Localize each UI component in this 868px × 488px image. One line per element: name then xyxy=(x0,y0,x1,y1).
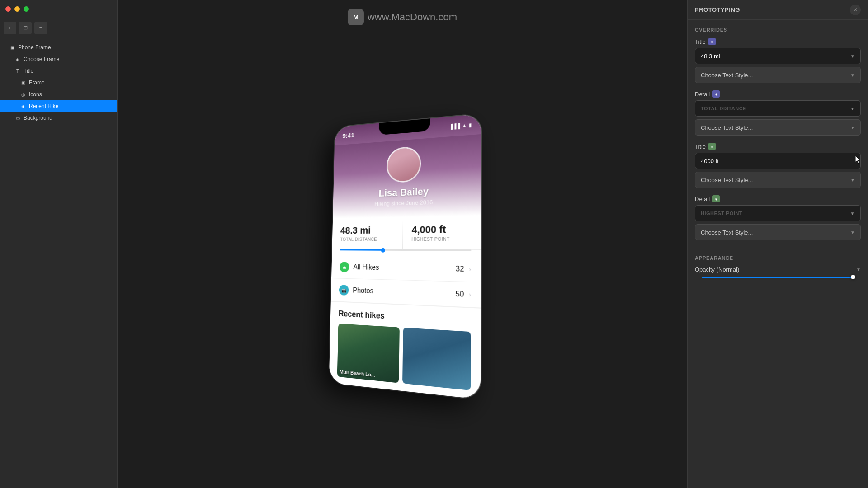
override-value-title2: 4000 ft xyxy=(701,158,719,164)
opacity-bar-container xyxy=(695,277,861,278)
avatar xyxy=(386,145,421,183)
layer-icon-bg: ▭ xyxy=(14,115,21,121)
toolbar-btn-3[interactable]: ≡ xyxy=(34,22,47,34)
layer-icon-frame: ▣ xyxy=(9,44,15,51)
override-label-row-1: Title ◈ xyxy=(695,38,861,45)
stat-value-distance: 48.3 mi xyxy=(340,224,394,236)
window-controls xyxy=(0,0,117,18)
override-block-title2: Title ◈ 4000 ft Choose Text Style... ▼ xyxy=(695,143,861,188)
chevron-down-icon-opacity: ▼ xyxy=(856,267,861,272)
panel-close-button[interactable]: ✕ xyxy=(850,5,861,15)
close-window-button[interactable] xyxy=(5,6,11,12)
layer-label: Title xyxy=(24,68,33,74)
status-icons: ▐▐▐ ▲ ▮ xyxy=(449,122,472,129)
section-divider xyxy=(695,248,861,248)
opacity-bar[interactable] xyxy=(702,277,854,278)
list-icon-hikes: ⛰ xyxy=(340,262,349,272)
override-input-detail1[interactable]: TOTAL DISTANCE ▼ xyxy=(695,100,861,117)
wifi-icon: ▲ xyxy=(462,122,467,128)
override-label-detail2: Detail xyxy=(695,196,710,202)
photo-image-2 xyxy=(402,327,471,390)
watermark-bar: M www.MacDown.com xyxy=(348,9,457,25)
override-input-title1[interactable]: 48.3 mi ▼ xyxy=(695,48,861,64)
choose-text-style-label-1: Choose Text Style... xyxy=(701,72,753,79)
profile-subtitle: Hiking since June 2016 xyxy=(374,198,433,207)
toolbar-btn-2[interactable]: ⊡ xyxy=(19,22,32,34)
panel-content: Overrides Title ◈ 48.3 mi ▼ Choose Text … xyxy=(688,20,868,488)
profile-name: Lisa Bailey xyxy=(379,186,429,199)
photo-thumb-2[interactable] xyxy=(402,327,471,390)
chevron-down-icon-2b: ▼ xyxy=(850,125,855,130)
battery-icon: ▮ xyxy=(469,122,472,128)
appearance-section-header: APPEARANCE xyxy=(695,255,861,261)
stat-elevation: 4,000 ft HIGHEST POINT xyxy=(403,215,481,249)
minimize-window-button[interactable] xyxy=(14,6,20,12)
override-label-row-4: Detail ◈ xyxy=(695,195,861,202)
opacity-handle[interactable] xyxy=(851,275,855,279)
layer-item-icons[interactable]: ◎ Icons xyxy=(0,89,117,100)
layer-label: Phone Frame xyxy=(18,44,51,51)
override-input-detail2[interactable]: HIGHEST POINT ▼ xyxy=(695,205,861,221)
iphone-frame: 9:41 ▐▐▐ ▲ ▮ Lisa Bailey Hiking since Ju… xyxy=(329,113,481,399)
macdown-logo: M xyxy=(348,9,364,25)
profile-header: Lisa Bailey Hiking since June 2016 xyxy=(333,134,481,218)
chevron-down-icon-4b: ▼ xyxy=(850,230,855,235)
override-block-title1: Title ◈ 48.3 mi ▼ Choose Text Style... ▼ xyxy=(695,38,861,83)
override-label-title2: Title xyxy=(695,143,706,150)
chevron-right-icon-2: › xyxy=(469,291,471,298)
progress-dot xyxy=(381,248,386,252)
right-panel-header: PROTOTYPING ✕ xyxy=(688,0,868,20)
opacity-bar-fill xyxy=(702,277,854,278)
choose-text-style-1[interactable]: Choose Text Style... ▼ xyxy=(695,67,861,83)
override-label-detail1: Detail xyxy=(695,91,710,98)
chevron-right-icon: › xyxy=(469,265,471,273)
choose-text-style-label-3: Choose Text Style... xyxy=(701,177,753,183)
layer-item-title[interactable]: T Title xyxy=(0,65,117,77)
stats-card: 48.3 mi TOTAL DISTANCE 4,000 ft HIGHEST … xyxy=(332,215,481,257)
override-label-title1: Title xyxy=(695,38,706,45)
override-symbol-4: ◈ xyxy=(712,195,720,202)
layer-icon-frame2: ▣ xyxy=(20,80,26,86)
choose-text-style-label-4: Choose Text Style... xyxy=(701,229,753,236)
layer-label: Choose Frame xyxy=(24,56,59,62)
chevron-down-icon-1b: ▼ xyxy=(850,73,855,78)
overrides-section-header: Overrides xyxy=(695,27,861,33)
layer-label: Recent Hike xyxy=(29,103,58,109)
stat-label-elevation: HIGHEST POINT xyxy=(411,236,471,242)
choose-text-style-3[interactable]: Choose Text Style... ▼ xyxy=(695,172,861,188)
layer-icon-choose: ◈ xyxy=(14,56,21,62)
watermark-text: www.MacDown.com xyxy=(368,11,457,23)
override-block-detail2: Detail ◈ HIGHEST POINT ▼ Choose Text Sty… xyxy=(695,195,861,240)
svg-marker-0 xyxy=(855,156,860,164)
layer-item-recent-hike[interactable]: ◈ Recent Hike xyxy=(0,100,117,112)
layer-item-frame[interactable]: ▣ Frame xyxy=(0,77,117,89)
choose-text-style-2[interactable]: Choose Text Style... ▼ xyxy=(695,119,861,136)
recent-hikes-section: Recent hikes Muir Beach Lo... xyxy=(329,301,481,399)
canvas-area[interactable]: M www.MacDown.com 9:41 ▐▐▐ ▲ ▮ Lisa xyxy=(118,0,687,488)
maximize-window-button[interactable] xyxy=(24,6,29,12)
stats-row: 48.3 mi TOTAL DISTANCE 4,000 ft HIGHEST … xyxy=(332,215,481,249)
override-input-title2[interactable]: 4000 ft xyxy=(695,153,861,169)
stat-value-elevation: 4,000 ft xyxy=(411,223,471,236)
override-symbol-1: ◈ xyxy=(708,38,716,45)
override-value-detail1: TOTAL DISTANCE xyxy=(701,106,746,111)
iphone-mockup: 9:41 ▐▐▐ ▲ ▮ Lisa Bailey Hiking since Ju… xyxy=(329,113,481,399)
list-count-hikes: 32 xyxy=(456,264,464,273)
list-item-hikes[interactable]: ⛰ All Hikes 32 › xyxy=(331,255,481,282)
photos-grid: Muir Beach Lo... xyxy=(337,324,471,390)
opacity-row: Opacity (Normal) ▼ xyxy=(695,266,861,273)
override-symbol-3: ◈ xyxy=(708,143,716,150)
chevron-down-icon-1: ▼ xyxy=(850,54,855,59)
layer-item-background[interactable]: ▭ Background xyxy=(0,112,117,124)
layer-icon-text: T xyxy=(14,68,21,74)
right-panel: PROTOTYPING ✕ Overrides Title ◈ 48.3 mi … xyxy=(687,0,868,488)
layer-item-choose-frame[interactable]: ◈ Choose Frame xyxy=(0,53,117,65)
toolbar-btn-1[interactable]: + xyxy=(4,22,16,34)
layer-label: Background xyxy=(24,115,52,121)
choose-text-style-4[interactable]: Choose Text Style... ▼ xyxy=(695,224,861,240)
override-value-title1: 48.3 mi xyxy=(701,53,720,60)
override-symbol-2: ◈ xyxy=(712,90,720,98)
list-count-photos: 50 xyxy=(455,290,464,299)
photo-thumb-1[interactable]: Muir Beach Lo... xyxy=(337,324,400,383)
layer-item-phone-frame[interactable]: ▣ Phone Frame xyxy=(0,42,117,53)
